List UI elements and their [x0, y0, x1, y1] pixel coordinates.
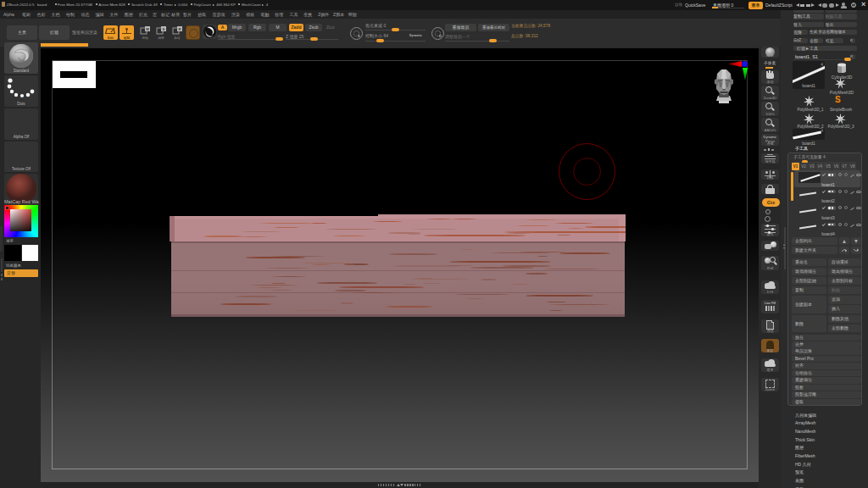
svg-text:移动: 移动	[142, 36, 148, 40]
svg-text:旋转: 旋转	[174, 36, 181, 40]
svg-text:绘制: 绘制	[123, 36, 131, 40]
svg-text:M: M	[146, 27, 149, 31]
svg-text:缩放: 缩放	[158, 36, 164, 40]
svg-text:R: R	[178, 27, 181, 31]
svg-text:Edit: Edit	[108, 36, 114, 40]
svg-text:S: S	[163, 27, 165, 31]
